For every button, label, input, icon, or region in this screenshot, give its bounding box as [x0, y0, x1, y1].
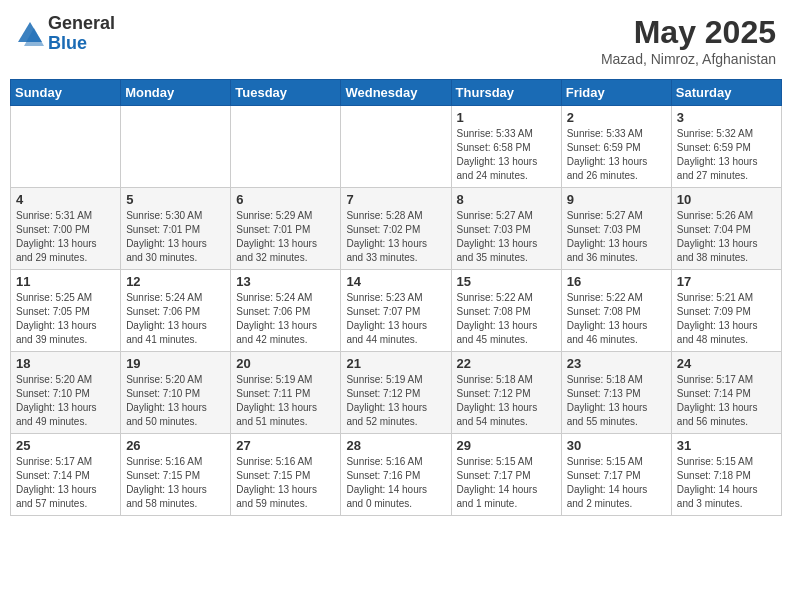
calendar-cell: 3Sunrise: 5:32 AM Sunset: 6:59 PM Daylig…: [671, 106, 781, 188]
day-number: 20: [236, 356, 335, 371]
day-info: Sunrise: 5:15 AM Sunset: 7:17 PM Dayligh…: [567, 455, 666, 511]
calendar-cell: 20Sunrise: 5:19 AM Sunset: 7:11 PM Dayli…: [231, 352, 341, 434]
weekday-header-row: SundayMondayTuesdayWednesdayThursdayFrid…: [11, 80, 782, 106]
day-number: 4: [16, 192, 115, 207]
day-number: 14: [346, 274, 445, 289]
calendar-cell: 18Sunrise: 5:20 AM Sunset: 7:10 PM Dayli…: [11, 352, 121, 434]
day-number: 29: [457, 438, 556, 453]
day-info: Sunrise: 5:16 AM Sunset: 7:15 PM Dayligh…: [126, 455, 225, 511]
day-info: Sunrise: 5:27 AM Sunset: 7:03 PM Dayligh…: [457, 209, 556, 265]
day-number: 19: [126, 356, 225, 371]
title-block: May 2025 Mazad, Nimroz, Afghanistan: [601, 14, 776, 67]
day-number: 9: [567, 192, 666, 207]
day-number: 31: [677, 438, 776, 453]
calendar-title: May 2025: [601, 14, 776, 51]
weekday-header-thursday: Thursday: [451, 80, 561, 106]
calendar-cell: [121, 106, 231, 188]
weekday-header-tuesday: Tuesday: [231, 80, 341, 106]
calendar-cell: 10Sunrise: 5:26 AM Sunset: 7:04 PM Dayli…: [671, 188, 781, 270]
calendar-cell: 15Sunrise: 5:22 AM Sunset: 7:08 PM Dayli…: [451, 270, 561, 352]
calendar-cell: 22Sunrise: 5:18 AM Sunset: 7:12 PM Dayli…: [451, 352, 561, 434]
calendar-cell: 1Sunrise: 5:33 AM Sunset: 6:58 PM Daylig…: [451, 106, 561, 188]
day-number: 2: [567, 110, 666, 125]
calendar-cell: [341, 106, 451, 188]
day-info: Sunrise: 5:19 AM Sunset: 7:11 PM Dayligh…: [236, 373, 335, 429]
day-info: Sunrise: 5:33 AM Sunset: 6:59 PM Dayligh…: [567, 127, 666, 183]
day-info: Sunrise: 5:28 AM Sunset: 7:02 PM Dayligh…: [346, 209, 445, 265]
logo-blue-text: Blue: [48, 34, 115, 54]
calendar-cell: 16Sunrise: 5:22 AM Sunset: 7:08 PM Dayli…: [561, 270, 671, 352]
calendar-week-5: 25Sunrise: 5:17 AM Sunset: 7:14 PM Dayli…: [11, 434, 782, 516]
day-number: 18: [16, 356, 115, 371]
day-number: 1: [457, 110, 556, 125]
day-info: Sunrise: 5:22 AM Sunset: 7:08 PM Dayligh…: [567, 291, 666, 347]
day-info: Sunrise: 5:16 AM Sunset: 7:15 PM Dayligh…: [236, 455, 335, 511]
calendar-week-2: 4Sunrise: 5:31 AM Sunset: 7:00 PM Daylig…: [11, 188, 782, 270]
calendar-cell: 24Sunrise: 5:17 AM Sunset: 7:14 PM Dayli…: [671, 352, 781, 434]
weekday-header-friday: Friday: [561, 80, 671, 106]
calendar-cell: 11Sunrise: 5:25 AM Sunset: 7:05 PM Dayli…: [11, 270, 121, 352]
day-info: Sunrise: 5:29 AM Sunset: 7:01 PM Dayligh…: [236, 209, 335, 265]
day-info: Sunrise: 5:22 AM Sunset: 7:08 PM Dayligh…: [457, 291, 556, 347]
day-info: Sunrise: 5:17 AM Sunset: 7:14 PM Dayligh…: [677, 373, 776, 429]
day-info: Sunrise: 5:21 AM Sunset: 7:09 PM Dayligh…: [677, 291, 776, 347]
day-number: 6: [236, 192, 335, 207]
day-info: Sunrise: 5:25 AM Sunset: 7:05 PM Dayligh…: [16, 291, 115, 347]
calendar-cell: 13Sunrise: 5:24 AM Sunset: 7:06 PM Dayli…: [231, 270, 341, 352]
day-number: 16: [567, 274, 666, 289]
calendar-cell: [231, 106, 341, 188]
weekday-header-monday: Monday: [121, 80, 231, 106]
day-info: Sunrise: 5:32 AM Sunset: 6:59 PM Dayligh…: [677, 127, 776, 183]
calendar-cell: 6Sunrise: 5:29 AM Sunset: 7:01 PM Daylig…: [231, 188, 341, 270]
day-info: Sunrise: 5:31 AM Sunset: 7:00 PM Dayligh…: [16, 209, 115, 265]
day-info: Sunrise: 5:24 AM Sunset: 7:06 PM Dayligh…: [126, 291, 225, 347]
day-info: Sunrise: 5:17 AM Sunset: 7:14 PM Dayligh…: [16, 455, 115, 511]
day-number: 24: [677, 356, 776, 371]
day-number: 10: [677, 192, 776, 207]
day-info: Sunrise: 5:23 AM Sunset: 7:07 PM Dayligh…: [346, 291, 445, 347]
calendar-cell: 2Sunrise: 5:33 AM Sunset: 6:59 PM Daylig…: [561, 106, 671, 188]
day-info: Sunrise: 5:24 AM Sunset: 7:06 PM Dayligh…: [236, 291, 335, 347]
page-header: General Blue May 2025 Mazad, Nimroz, Afg…: [10, 10, 782, 71]
day-number: 22: [457, 356, 556, 371]
day-info: Sunrise: 5:18 AM Sunset: 7:13 PM Dayligh…: [567, 373, 666, 429]
day-info: Sunrise: 5:20 AM Sunset: 7:10 PM Dayligh…: [16, 373, 115, 429]
day-info: Sunrise: 5:19 AM Sunset: 7:12 PM Dayligh…: [346, 373, 445, 429]
day-info: Sunrise: 5:18 AM Sunset: 7:12 PM Dayligh…: [457, 373, 556, 429]
logo-general-text: General: [48, 14, 115, 34]
calendar-cell: 7Sunrise: 5:28 AM Sunset: 7:02 PM Daylig…: [341, 188, 451, 270]
day-number: 23: [567, 356, 666, 371]
calendar-table: SundayMondayTuesdayWednesdayThursdayFrid…: [10, 79, 782, 516]
calendar-cell: 27Sunrise: 5:16 AM Sunset: 7:15 PM Dayli…: [231, 434, 341, 516]
calendar-week-1: 1Sunrise: 5:33 AM Sunset: 6:58 PM Daylig…: [11, 106, 782, 188]
calendar-cell: 25Sunrise: 5:17 AM Sunset: 7:14 PM Dayli…: [11, 434, 121, 516]
calendar-cell: 12Sunrise: 5:24 AM Sunset: 7:06 PM Dayli…: [121, 270, 231, 352]
day-info: Sunrise: 5:26 AM Sunset: 7:04 PM Dayligh…: [677, 209, 776, 265]
weekday-header-saturday: Saturday: [671, 80, 781, 106]
day-number: 26: [126, 438, 225, 453]
day-number: 25: [16, 438, 115, 453]
calendar-cell: 26Sunrise: 5:16 AM Sunset: 7:15 PM Dayli…: [121, 434, 231, 516]
weekday-header-sunday: Sunday: [11, 80, 121, 106]
day-number: 8: [457, 192, 556, 207]
logo-text: General Blue: [48, 14, 115, 54]
logo: General Blue: [16, 14, 115, 54]
logo-icon: [16, 20, 44, 48]
calendar-cell: 28Sunrise: 5:16 AM Sunset: 7:16 PM Dayli…: [341, 434, 451, 516]
day-number: 30: [567, 438, 666, 453]
day-info: Sunrise: 5:15 AM Sunset: 7:18 PM Dayligh…: [677, 455, 776, 511]
calendar-cell: 29Sunrise: 5:15 AM Sunset: 7:17 PM Dayli…: [451, 434, 561, 516]
day-number: 11: [16, 274, 115, 289]
day-number: 5: [126, 192, 225, 207]
calendar-cell: 8Sunrise: 5:27 AM Sunset: 7:03 PM Daylig…: [451, 188, 561, 270]
day-number: 12: [126, 274, 225, 289]
calendar-cell: 17Sunrise: 5:21 AM Sunset: 7:09 PM Dayli…: [671, 270, 781, 352]
calendar-subtitle: Mazad, Nimroz, Afghanistan: [601, 51, 776, 67]
day-number: 28: [346, 438, 445, 453]
calendar-cell: 30Sunrise: 5:15 AM Sunset: 7:17 PM Dayli…: [561, 434, 671, 516]
day-number: 7: [346, 192, 445, 207]
day-info: Sunrise: 5:16 AM Sunset: 7:16 PM Dayligh…: [346, 455, 445, 511]
calendar-cell: [11, 106, 121, 188]
calendar-cell: 19Sunrise: 5:20 AM Sunset: 7:10 PM Dayli…: [121, 352, 231, 434]
day-number: 17: [677, 274, 776, 289]
